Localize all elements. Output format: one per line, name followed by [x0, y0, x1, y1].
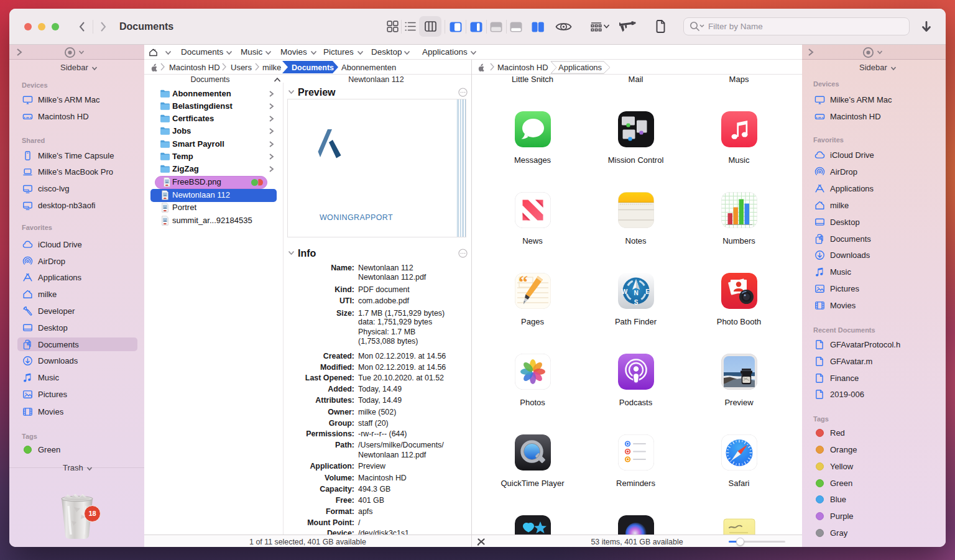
svg-text:S: S: [634, 299, 638, 306]
svg-text:W: W: [621, 288, 627, 295]
svg-text:E: E: [645, 288, 650, 295]
svg-text:N: N: [634, 290, 638, 296]
svg-text:“: “: [519, 273, 528, 292]
